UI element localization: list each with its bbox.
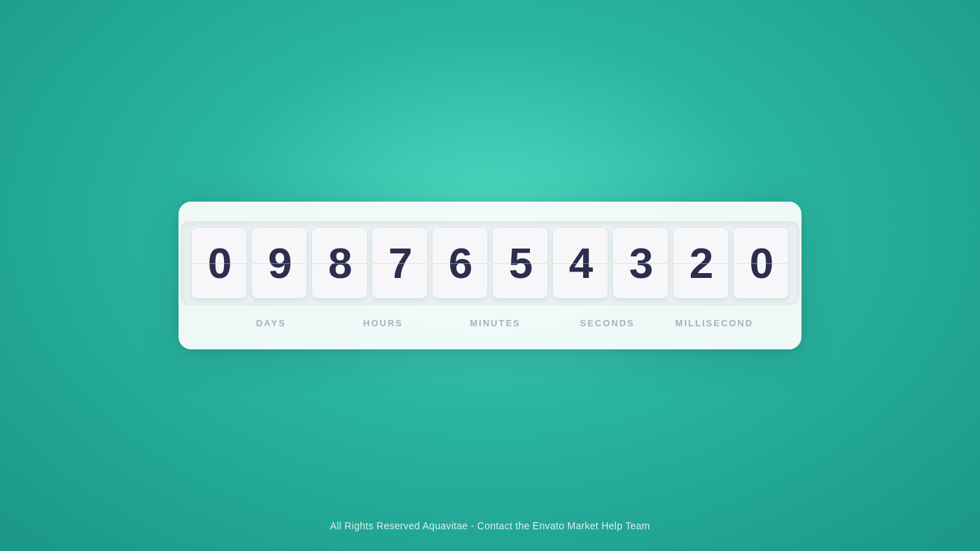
footer-text: All Rights Reserved Aquavitae - Contact … <box>330 520 650 531</box>
footer: All Rights Reserved Aquavitae - Contact … <box>330 520 650 531</box>
label-group-minutes: MINUTES <box>439 318 551 328</box>
digit-0: 0 <box>208 242 230 285</box>
label-millisecond: MILLISECOND <box>676 318 754 328</box>
label-group-hours: HOURS <box>327 318 439 328</box>
digit-3: 7 <box>388 242 411 285</box>
labels-row: DAYS HOURS MINUTES SECONDS MILLISECOND <box>206 318 774 328</box>
digit-cell-2: 8 <box>312 228 367 298</box>
label-minutes: MINUTES <box>470 318 521 328</box>
digit-cell-6: 4 <box>553 228 608 298</box>
label-group-days: DAYS <box>215 318 327 328</box>
digit-cell-0: 0 <box>192 228 246 298</box>
label-days: DAYS <box>256 318 286 328</box>
countdown-card: 0 9 8 7 6 5 4 3 2 0 DAYS <box>178 202 802 349</box>
digit-2: 8 <box>328 242 351 285</box>
digit-cell-1: 9 <box>252 228 307 298</box>
digit-cell-4: 6 <box>433 228 487 298</box>
digit-4: 6 <box>449 242 471 285</box>
digit-cell-9: 0 <box>734 228 788 298</box>
digit-9: 0 <box>750 242 772 285</box>
digit-6: 4 <box>569 242 592 285</box>
digits-row: 0 9 8 7 6 5 4 3 2 0 <box>181 221 799 305</box>
label-group-millisecond: MILLISECOND <box>664 318 765 328</box>
digit-cell-3: 7 <box>372 228 427 298</box>
digit-5: 5 <box>509 242 531 285</box>
label-seconds: SECONDS <box>580 318 635 328</box>
digit-cell-5: 5 <box>493 228 547 298</box>
digit-7: 3 <box>629 242 652 285</box>
digit-cell-8: 2 <box>673 228 728 298</box>
digit-cell-7: 3 <box>613 228 668 298</box>
digit-8: 2 <box>690 242 712 285</box>
label-hours: HOURS <box>363 318 403 328</box>
label-group-seconds: SECONDS <box>552 318 664 328</box>
digit-1: 9 <box>268 242 290 285</box>
